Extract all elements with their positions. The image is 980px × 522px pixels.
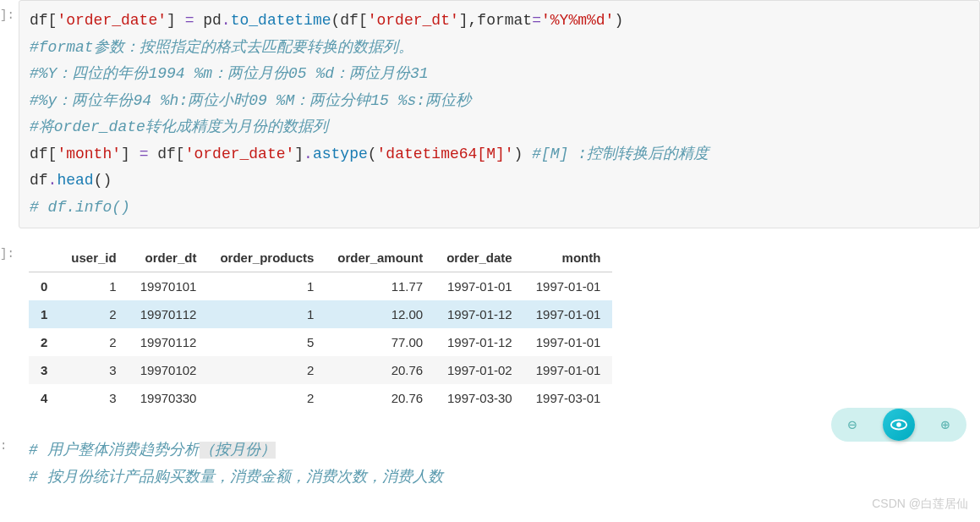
input-cell-2: : # 用户整体消费趋势分析（按月份） # 按月份统计产品购买数量，消费金额，消… (0, 431, 980, 497)
table-cell: 1997-01-01 (435, 272, 524, 301)
code-line: df['month'] = df['order_date'].astype('d… (30, 141, 969, 168)
code-comment: #将order_date转化成精度为月份的数据列 (30, 114, 969, 141)
code-editor[interactable]: df['order_date'] = pd.to_datetime(df['or… (19, 0, 980, 228)
table-cell: 1997-01-01 (524, 328, 613, 356)
table-row: 4 3 19970330 2 20.76 1997-03-30 1997-03-… (29, 384, 612, 412)
table-cell: 3 (59, 356, 128, 384)
table-row: 3 3 19970102 2 20.76 1997-01-02 1997-01-… (29, 356, 612, 384)
table-cell: 19970102 (129, 356, 209, 384)
code-comment: # 用户整体消费趋势分析（按月份） (29, 437, 970, 464)
code-comment: # df.info() (30, 195, 969, 222)
input-cell-1: ]: df['order_date'] = pd.to_datetime(df[… (0, 0, 980, 228)
table-cell: 2 (59, 328, 128, 356)
output-cell: ]: user_id order_dt order_products order… (0, 239, 980, 420)
watermark: CSDN @白莲居仙 (872, 497, 968, 497)
table-cell: 77.00 (326, 328, 435, 356)
output-area: user_id order_dt order_products order_am… (19, 239, 980, 420)
table-cell: 19970112 (129, 300, 209, 328)
table-index: 0 (29, 272, 59, 301)
table-cell: 12.00 (326, 300, 435, 328)
table-cell: 1997-01-12 (435, 300, 524, 328)
code-line: df['order_date'] = pd.to_datetime(df['or… (30, 8, 969, 35)
table-cell: 1997-01-01 (524, 272, 613, 301)
table-row: 2 2 19970112 5 77.00 1997-01-12 1997-01-… (29, 328, 612, 356)
table-cell: 1997-03-01 (524, 384, 613, 412)
eye-icon[interactable] (883, 409, 915, 441)
table-cell: 19970101 (129, 272, 209, 301)
svg-point-1 (896, 422, 901, 427)
cell-label: ]: (0, 8, 14, 22)
table-cell: 5 (208, 328, 326, 356)
table-header-cell: month (524, 244, 613, 272)
table-header-cell: order_dt (129, 244, 209, 272)
code-comment: #%y：两位年份94 %h:两位小时09 %M：两位分钟15 %s:两位秒 (30, 88, 969, 115)
code-line: df.head() (30, 168, 969, 195)
code-comment: #%Y：四位的年份1994 %m：两位月份05 %d：两位月份31 (30, 61, 969, 88)
table-cell: 3 (59, 384, 128, 412)
table-cell: 1 (208, 300, 326, 328)
table-cell: 11.77 (326, 272, 435, 301)
table-header: user_id order_dt order_products order_am… (29, 244, 612, 272)
code-comment: #format参数：按照指定的格式去匹配要转换的数据列。 (30, 35, 969, 62)
table-cell: 20.76 (326, 384, 435, 412)
table-header-cell (29, 244, 59, 272)
table-cell: 1997-03-30 (435, 384, 524, 412)
code-editor[interactable]: # 用户整体消费趋势分析（按月份） # 按月份统计产品购买数量，消费金额，消费次… (19, 431, 980, 497)
cell-label: ]: (0, 247, 14, 261)
table-cell: 1997-01-01 (524, 356, 613, 384)
table-index: 4 (29, 384, 59, 412)
table-cell: 20.76 (326, 356, 435, 384)
table-header-cell: order_products (208, 244, 326, 272)
table-cell: 1997-01-01 (524, 300, 613, 328)
zoom-out-button[interactable]: ⊖ (840, 413, 864, 437)
table-cell: 2 (208, 356, 326, 384)
table-cell: 1 (59, 272, 128, 301)
table-row: 0 1 19970101 1 11.77 1997-01-01 1997-01-… (29, 272, 612, 301)
code-comment: # 按月份统计产品购买数量，消费金额，消费次数，消费人数 (29, 464, 970, 492)
floating-toolbar[interactable]: ⊖ ⊕ (831, 408, 966, 442)
table-header-cell: order_date (435, 244, 524, 272)
table-cell: 2 (59, 300, 128, 328)
dataframe-table: user_id order_dt order_products order_am… (29, 244, 612, 412)
table-cell: 1 (208, 272, 326, 301)
table-header-cell: order_amount (326, 244, 435, 272)
table-cell: 19970112 (129, 328, 209, 356)
zoom-in-button[interactable]: ⊕ (933, 413, 957, 437)
table-index: 3 (29, 356, 59, 384)
table-header-cell: user_id (59, 244, 128, 272)
table-cell: 2 (208, 384, 326, 412)
table-row: 1 2 19970112 1 12.00 1997-01-12 1997-01-… (29, 300, 612, 328)
selection-highlight: （按月份） (200, 442, 276, 459)
table-index: 2 (29, 328, 59, 356)
table-cell: 1997-01-12 (435, 328, 524, 356)
cell-label: : (0, 439, 7, 453)
table-cell: 1997-01-02 (435, 356, 524, 384)
table-index: 1 (29, 300, 59, 328)
table-cell: 19970330 (129, 384, 209, 412)
